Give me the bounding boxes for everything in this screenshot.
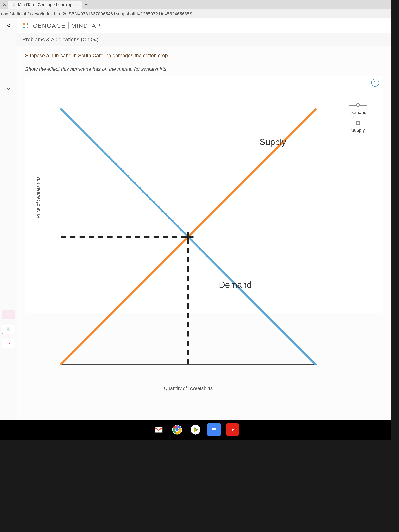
svg-text:Supply: Supply bbox=[260, 137, 286, 147]
supply-tool-icon bbox=[349, 121, 367, 125]
cengage-favicon-icon bbox=[12, 3, 16, 6]
graph-tool-palette: Demand Supply bbox=[333, 92, 375, 303]
browser-tab-strip: ✕ MindTap - Cengage Learning ✕ + bbox=[0, 0, 391, 9]
question-instruction: Show the effect this hurricane has on th… bbox=[25, 66, 383, 72]
svg-point-6 bbox=[23, 26, 25, 28]
svg-point-7 bbox=[26, 26, 28, 28]
left-rail: « ⌄ bbox=[0, 19, 17, 420]
supply-demand-chart[interactable]: SupplyDemand bbox=[44, 92, 333, 382]
question-prompt: Suppose a hurricane in South Carolina da… bbox=[25, 53, 383, 58]
thumb-equilibrium[interactable] bbox=[2, 310, 15, 319]
svg-rect-30 bbox=[212, 430, 216, 430]
close-tab-icon[interactable]: ✕ bbox=[75, 2, 78, 7]
new-tab-button[interactable]: + bbox=[82, 2, 90, 8]
brand-bar: CENGAGE MINDTAP bbox=[17, 19, 391, 33]
y-axis-label: Price of Sweatshirts bbox=[36, 176, 41, 218]
x-axis-label: Quantity of Sweatshirts bbox=[44, 382, 333, 391]
svg-text:Demand: Demand bbox=[219, 280, 252, 290]
collapse-sidebar-icon[interactable]: « bbox=[7, 21, 10, 28]
question-area: Suppose a hurricane in South Carolina da… bbox=[17, 46, 391, 420]
url-text: com/static/nb/ui/evo/index.html?eISBN=97… bbox=[1, 11, 192, 16]
thumb-demand[interactable]: D bbox=[2, 339, 15, 348]
demand-tool-label: Demand bbox=[349, 110, 367, 115]
chevron-down-icon[interactable]: ⌄ bbox=[6, 84, 11, 91]
svg-rect-29 bbox=[212, 428, 216, 429]
svg-rect-31 bbox=[212, 431, 215, 431]
cengage-logo-icon bbox=[22, 22, 29, 29]
section-title: Problems & Applications (Ch 04) bbox=[22, 37, 98, 43]
docs-icon[interactable] bbox=[207, 423, 221, 436]
svg-point-3 bbox=[14, 5, 15, 6]
close-prev-tab-icon[interactable]: ✕ bbox=[1, 2, 8, 7]
svg-point-5 bbox=[26, 23, 28, 25]
help-button[interactable]: ? bbox=[371, 79, 379, 87]
help-icon: ? bbox=[374, 80, 377, 86]
brand-name: CENGAGE bbox=[33, 22, 66, 29]
play-store-icon[interactable] bbox=[189, 423, 202, 436]
youtube-icon[interactable] bbox=[226, 423, 239, 436]
brand-product: MINDTAP bbox=[71, 22, 101, 29]
svg-point-19 bbox=[356, 104, 360, 107]
brand-divider bbox=[68, 22, 69, 29]
svg-point-1 bbox=[14, 3, 15, 4]
section-title-bar: Problems & Applications (Ch 04) bbox=[17, 33, 391, 46]
graph-card: ? Price of Sweatshirts SupplyDemand Quan… bbox=[25, 76, 383, 314]
svg-point-0 bbox=[13, 3, 14, 4]
side-thumbnails: 🔍 D bbox=[0, 310, 17, 348]
supply-tool-label: Supply bbox=[351, 128, 365, 133]
svg-point-4 bbox=[23, 23, 25, 25]
address-bar[interactable]: com/static/nb/ui/evo/index.html?eISBN=97… bbox=[0, 9, 391, 19]
browser-tab-active[interactable]: MindTap - Cengage Learning ✕ bbox=[8, 1, 82, 9]
demand-shift-tool[interactable]: Demand bbox=[341, 102, 375, 115]
svg-point-27 bbox=[176, 428, 178, 431]
supply-shift-tool[interactable]: Supply bbox=[341, 120, 375, 133]
demand-tool-icon bbox=[349, 103, 367, 107]
thumb-zoom[interactable]: 🔍 bbox=[2, 325, 15, 334]
gmail-icon[interactable] bbox=[152, 423, 165, 436]
chrome-icon[interactable] bbox=[171, 423, 184, 436]
svg-point-2 bbox=[13, 5, 14, 6]
svg-rect-22 bbox=[356, 121, 360, 125]
tab-title: MindTap - Cengage Learning bbox=[18, 2, 72, 7]
taskbar bbox=[0, 420, 391, 440]
